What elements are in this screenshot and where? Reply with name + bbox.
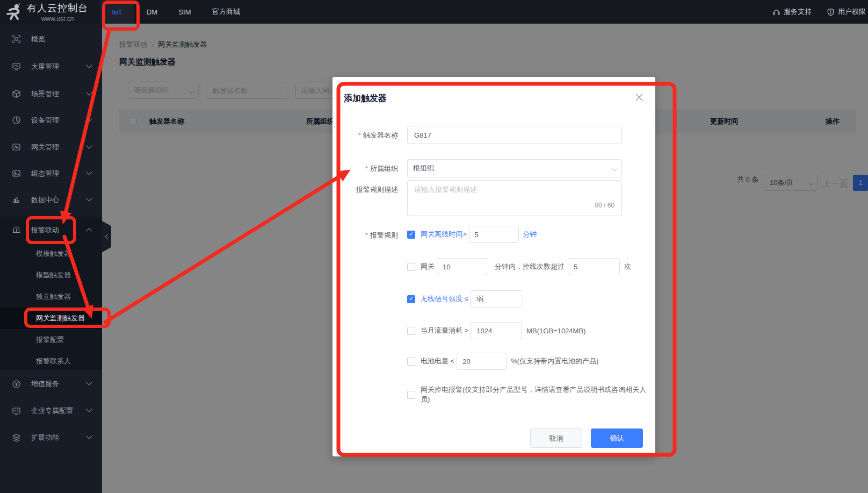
sidebar-item-device[interactable]: 设备管理 <box>0 107 102 133</box>
rule-desc-label: 报警规则描述 <box>332 185 398 195</box>
brand-title: 有人云控制台 <box>27 2 88 15</box>
rule-desc-textarea[interactable] <box>407 180 622 216</box>
drop-count-checkbox[interactable] <box>407 263 415 271</box>
rule-unit: 分钟 <box>523 230 537 239</box>
subitem-label: 独立触发器 <box>36 292 71 301</box>
dialog-close-button[interactable] <box>635 93 643 102</box>
shield-icon <box>827 8 835 16</box>
confirm-button[interactable]: 确认 <box>591 428 643 448</box>
rule-row-data-usage: 当月流量消耗 > MB(1GB=1024MB) <box>407 321 585 340</box>
brand-subtitle: www.usr.cn <box>27 15 88 23</box>
sidebar-item-scada[interactable]: 组态管理 <box>0 160 102 187</box>
rule-label: 当月流量消耗 > <box>421 326 468 335</box>
sidebar-subitem-gateway-monitor-trigger[interactable]: 网关监测触发器 <box>0 308 102 329</box>
rule-label: 网关离线时间> <box>421 230 467 239</box>
trigger-name-input[interactable] <box>407 126 622 144</box>
sidebar-item-label: 网关管理 <box>31 142 59 152</box>
close-icon <box>635 93 643 102</box>
offline-time-checkbox[interactable] <box>407 231 415 239</box>
app-root: 报警联动 › 网关监测触发器 网关监测触发器 请选择组织 触发器名称 所属组织 … <box>0 0 868 493</box>
sidebar-item-overview[interactable]: 概览 <box>0 26 102 52</box>
sidebar-item-scene[interactable]: 场景管理 <box>0 81 102 107</box>
sidebar-collapse-handle[interactable] <box>102 221 111 252</box>
rule-unit: 次 <box>624 262 631 271</box>
chevron-down-icon <box>86 116 92 122</box>
trigger-name-label: 触发器名称 <box>332 131 398 140</box>
tab-iot[interactable]: IoT <box>100 0 134 24</box>
rule-row-offline-time: 网关离线时间> 分钟 <box>407 225 537 244</box>
rule-row-drop-count: 网关 分钟内，掉线次数超过 次 <box>407 258 631 276</box>
chevron-down-icon <box>86 62 92 68</box>
sidebar-subitem-independent-trigger[interactable]: 独立触发器 <box>0 286 102 308</box>
brand-logo[interactable]: 有人云控制台 www.usr.cn <box>5 0 88 24</box>
offline-minutes-input[interactable] <box>469 226 519 243</box>
sidebar-item-extension[interactable]: 扩展功能 <box>0 424 102 451</box>
tab-sim[interactable]: SIM <box>170 0 200 24</box>
chevron-down-icon <box>86 406 92 412</box>
cancel-button[interactable]: 取消 <box>530 428 582 448</box>
sidebar-item-label: 设备管理 <box>31 116 59 125</box>
dialog-title: 添加触发器 <box>344 93 387 104</box>
user-permission[interactable]: 用户权限 <box>827 7 866 17</box>
chevron-down-icon <box>86 169 92 175</box>
sidebar-item-label: 企业专属配置 <box>31 406 73 416</box>
service-support-label: 服务支持 <box>784 7 812 17</box>
chevron-down-icon <box>86 89 92 95</box>
sidebar-item-label: 组态管理 <box>31 169 59 178</box>
subitem-label: 报警配置 <box>36 335 64 344</box>
chevron-down-icon <box>86 433 92 439</box>
user-permission-label: 用户权限 <box>838 7 866 17</box>
chevron-left-icon <box>105 234 109 239</box>
subitem-label: 网关监测触发器 <box>36 314 85 322</box>
vas-icon <box>12 380 21 389</box>
battery-input[interactable] <box>457 353 507 370</box>
org-select[interactable]: 根组织 <box>407 159 622 177</box>
sidebar-alarm-group: 报警联动 模板触发器 模型触发器 独立触发器 网关监测触发器 报警配置 报警联系… <box>0 217 102 370</box>
data-usage-checkbox[interactable] <box>407 327 415 335</box>
usr-mascot-icon <box>5 3 24 21</box>
sidebar-item-value-added[interactable]: 增值服务 <box>0 370 102 397</box>
tab-official-mall[interactable]: 官方商城 <box>204 0 248 24</box>
alarm-icon <box>12 226 21 235</box>
sidebar-item-label: 增值服务 <box>31 379 59 389</box>
gateway-icon <box>12 142 21 152</box>
rule-unit: %(仅支持带内置电池的产品) <box>511 356 598 366</box>
sidebar-item-enterprise-config[interactable]: 企业专属配置 <box>0 397 102 424</box>
sidebar-subitem-alarm-config[interactable]: 报警配置 <box>0 329 102 351</box>
signal-strength-checkbox[interactable] <box>407 295 415 303</box>
data-usage-input[interactable] <box>471 322 522 339</box>
drop-window-minutes-input[interactable] <box>437 258 488 275</box>
rule-row-battery: 电池电量 < %(仅支持带内置电池的产品) <box>407 352 598 370</box>
sidebar-item-label: 大屏管理 <box>31 62 59 72</box>
battery-checkbox[interactable] <box>407 358 415 366</box>
tab-dm[interactable]: DM <box>137 0 167 24</box>
data-icon <box>12 195 21 204</box>
sidebar-item-bigscreen[interactable]: 大屏管理 <box>0 53 102 80</box>
char-counter: 00 / 60 <box>407 202 614 209</box>
enterprise-icon <box>12 406 21 416</box>
scene-icon <box>12 89 21 98</box>
headset-icon <box>772 8 780 16</box>
extension-icon <box>12 433 21 442</box>
device-icon <box>12 116 21 125</box>
power-loss-checkbox[interactable] <box>407 391 415 399</box>
sidebar-subitem-model-trigger[interactable]: 模型触发器 <box>0 265 102 286</box>
add-trigger-dialog: 添加触发器 触发器名称 所属组织 根组织 报警规则描述 00 / 60 报警规则… <box>332 77 655 456</box>
alarm-rules-label: 报警规则 <box>332 231 398 240</box>
signal-strength-select[interactable]: 弱 <box>471 290 523 308</box>
sidebar-item-gateway[interactable]: 网关管理 <box>0 134 102 160</box>
rule-label: 电池电量 < <box>421 356 454 366</box>
rule-label: 网关掉电报警(仅支持部分产品型号，详情请查看产品说明书或咨询相关人员) <box>421 385 653 404</box>
sidebar-item-label: 场景管理 <box>31 89 59 99</box>
service-support[interactable]: 服务支持 <box>772 7 812 17</box>
chevron-down-icon <box>612 166 618 172</box>
rule-row-power-loss: 网关掉电报警(仅支持部分产品型号，详情请查看产品说明书或咨询相关人员) <box>407 385 655 404</box>
org-select-value: 根组织 <box>413 163 434 173</box>
sidebar-item-datacenter[interactable]: 数据中心 <box>0 187 102 213</box>
drop-count-input[interactable] <box>568 258 620 275</box>
sidebar-subitem-template-trigger[interactable]: 模板触发器 <box>0 243 102 265</box>
chevron-down-icon <box>86 195 92 201</box>
sidebar-item-alarm-linkage[interactable]: 报警联动 <box>0 217 102 243</box>
subitem-label: 报警联系人 <box>36 357 71 365</box>
sidebar-subitem-alarm-contacts[interactable]: 报警联系人 <box>0 351 102 372</box>
